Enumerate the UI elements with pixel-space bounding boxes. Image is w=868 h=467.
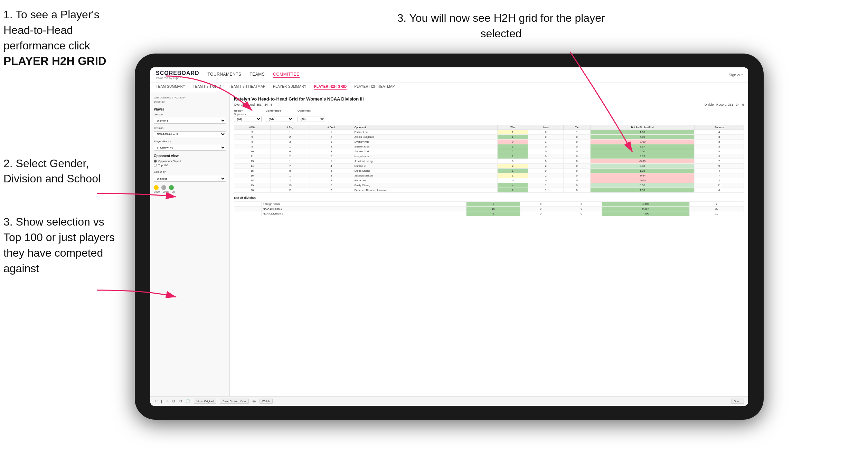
col-rounds: Rounds	[695, 125, 744, 130]
table-row: 1125Heejo Hyun1003.333	[234, 154, 744, 159]
opponent-filter-label: Opponent	[298, 109, 325, 112]
region-label: Region	[234, 109, 262, 112]
gender-section: Gender Women's	[154, 113, 226, 124]
ood-table-row: NCAA Division 25007.40010	[234, 211, 744, 216]
save-custom-view-btn[interactable]: Save Custom View	[230, 399, 249, 403]
table-row: 914Sharon Mun1003.673	[234, 144, 744, 149]
main-nav: TOURNAMENTS TEAMS COMMITTEE	[208, 72, 720, 78]
right-panel: Katelyn Vo Head-to-Head Grid for Women's…	[230, 92, 748, 403]
radio-opponents[interactable]: Opponents Played	[154, 160, 226, 163]
logo-sub: Powered by clippd	[156, 76, 199, 80]
label-down: Down	[154, 191, 161, 193]
conference-label: Conference	[266, 109, 293, 112]
left-panel: Last Updated: 27/03/2024 16:55:38 Player…	[150, 92, 230, 403]
colour-dots-row	[154, 185, 226, 190]
out-of-division-label: Out of division	[234, 196, 744, 200]
nav-committee[interactable]: COMMITTEE	[273, 72, 300, 78]
data-table: # Div # Reg # Conf Opponent Win Loss Tie…	[234, 125, 744, 193]
record-row: Overall Record: 353 - 34 - 6 Division Re…	[234, 103, 744, 106]
ood-table-row: Foreign Team1004.5002	[234, 202, 744, 207]
sub-nav-heatmap[interactable]: TEAM H2H HEATMAP	[229, 85, 265, 90]
label-level: Level	[163, 191, 170, 193]
col-tie: Tie	[564, 125, 590, 130]
sub-nav-player-heatmap[interactable]: PLAYER H2H HEATMAP	[354, 85, 395, 90]
col-opponent: Opponent	[353, 125, 497, 130]
division-label: Division	[154, 126, 226, 130]
division-record: Division Record: 331 - 34 - 6	[705, 103, 744, 106]
filter-area: Region Opponents: (All) Conference _ (Al…	[234, 109, 744, 122]
gender-select[interactable]: Women's	[154, 118, 226, 124]
opponent-select[interactable]: (All)	[298, 116, 325, 122]
dot-down	[154, 185, 159, 190]
col-conf: # Conf	[310, 125, 353, 130]
colour-section: Colour by Win/loss Down Level Up	[154, 170, 226, 193]
toolbar-eye-icon: 👁	[252, 399, 256, 403]
sub-nav: TEAM SUMMARY TEAM H2H GRID TEAM H2H HEAT…	[150, 83, 748, 92]
grid-title: Katelyn Vo Head-to-Head Grid for Women's…	[234, 96, 744, 102]
table-row: 1613Jessica Mason120-0.947	[234, 173, 744, 178]
opponent-view-section: Opponent view Opponents Played Top 100	[154, 154, 226, 167]
sub-nav-player-h2h[interactable]: PLAYER H2H GRID	[314, 85, 347, 90]
region-filter: Region Opponents: (All)	[234, 109, 262, 122]
label-up: Up	[172, 191, 175, 193]
step2-block: 2. Select Gender, Division and School	[3, 156, 124, 187]
sub-nav-h2h-grid[interactable]: TEAM H2H GRID	[193, 85, 221, 90]
table-row: 522Alexis Sudjianto1004.003	[234, 135, 744, 140]
colour-labels-row: Down Level Up	[154, 191, 226, 193]
conference-select[interactable]: (All)	[266, 116, 293, 122]
table-row: 1063Andrea York2004.004	[234, 149, 744, 154]
ood-table-row: NAIA Division 115009.26730	[234, 207, 744, 211]
division-select[interactable]: NCAA Division III	[154, 131, 226, 137]
share-btn[interactable]: Share	[731, 399, 744, 403]
division-section: Division NCAA Division III	[154, 126, 226, 137]
step3-left-text: 3. Show selection vs Top 100 or just pla…	[3, 214, 124, 276]
last-updated-time: 16:55:38	[154, 100, 164, 103]
player-section-label: Player	[154, 107, 226, 111]
col-div: # Div	[234, 125, 271, 130]
player-rank-label: Player (Rank)	[154, 140, 226, 143]
app-header: SCOREBOARD Powered by clippd TOURNAMENTS…	[150, 67, 748, 83]
step3-left-block: 3. Show selection vs Top 100 or just pla…	[3, 214, 124, 276]
col-win: Win	[497, 125, 528, 130]
left-instructions: 1. To see a Player's Head-to-Head perfor…	[3, 7, 124, 286]
step1-text: 1. To see a Player's Head-to-Head perfor…	[3, 7, 124, 53]
opponent-filter: Opponent _ (All)	[298, 109, 325, 122]
conference-filter: Conference _ (All)	[266, 109, 293, 122]
table-row: 633Sydney Kuo010-1.003	[234, 140, 744, 144]
dot-level	[161, 185, 166, 190]
nav-tournaments[interactable]: TOURNAMENTS	[208, 72, 242, 78]
main-content: Last Updated: 27/03/2024 16:55:38 Player…	[150, 92, 748, 403]
step1-block: 1. To see a Player's Head-to-Head perfor…	[3, 7, 124, 69]
table-row: 19106Emily Chang4100.3011	[234, 183, 744, 188]
radio-top100[interactable]: Top 100	[154, 164, 226, 167]
colour-select[interactable]: Win/loss	[154, 176, 226, 182]
table-row: 311Esther Lee1011.504	[234, 130, 744, 135]
step2-text: 2. Select Gender, Division and School	[3, 156, 124, 187]
tablet-screen: SCOREBOARD Powered by clippd TOURNAMENTS…	[150, 67, 748, 406]
col-reg: # Reg	[270, 125, 310, 130]
opponents-label: Opponents:	[234, 113, 262, 115]
step3-right-text: 3. You will now see H2H grid for the pla…	[380, 10, 622, 41]
watch-btn[interactable]: Watch	[260, 399, 273, 403]
colour-label: Colour by	[154, 170, 226, 173]
player-rank-select[interactable]: 8. Katelyn Vo	[154, 145, 226, 151]
dot-up	[169, 185, 174, 190]
region-select[interactable]: (All)	[234, 116, 262, 122]
table-row: 1585Stella Cheng1001.254	[234, 169, 744, 173]
table-row: 20117Federica Domecq Lacroze2101.336	[234, 188, 744, 193]
table-row: 1822Euna Lee000-5.002	[234, 178, 744, 183]
table-row: 1474Eunice Yi2200.389	[234, 164, 744, 169]
nav-teams[interactable]: TEAMS	[250, 72, 265, 78]
overall-record: Overall Record: 353 - 34 - 6	[234, 103, 272, 106]
sign-out[interactable]: Sign out	[729, 73, 743, 77]
radio-dot-opponents	[154, 160, 157, 163]
logo: SCOREBOARD Powered by clippd	[156, 70, 199, 80]
step1-bold: PLAYER H2H GRID	[3, 53, 124, 69]
last-updated-label: Last Updated: 27/03/2024	[154, 96, 186, 99]
sub-nav-team-summary[interactable]: TEAM SUMMARY	[156, 85, 185, 90]
bottom-toolbar: ↩ | ↪ ⚙ ↻ 🕐 View: Original Save Custom V…	[230, 396, 748, 403]
out-of-division-table: Foreign Team1004.5002NAIA Division 11500…	[234, 201, 744, 216]
sub-nav-player-summary[interactable]: PLAYER SUMMARY	[273, 85, 306, 90]
player-section: Player Gender Women's Division NCAA Divi…	[154, 107, 226, 151]
logo-text: SCOREBOARD	[156, 70, 199, 76]
